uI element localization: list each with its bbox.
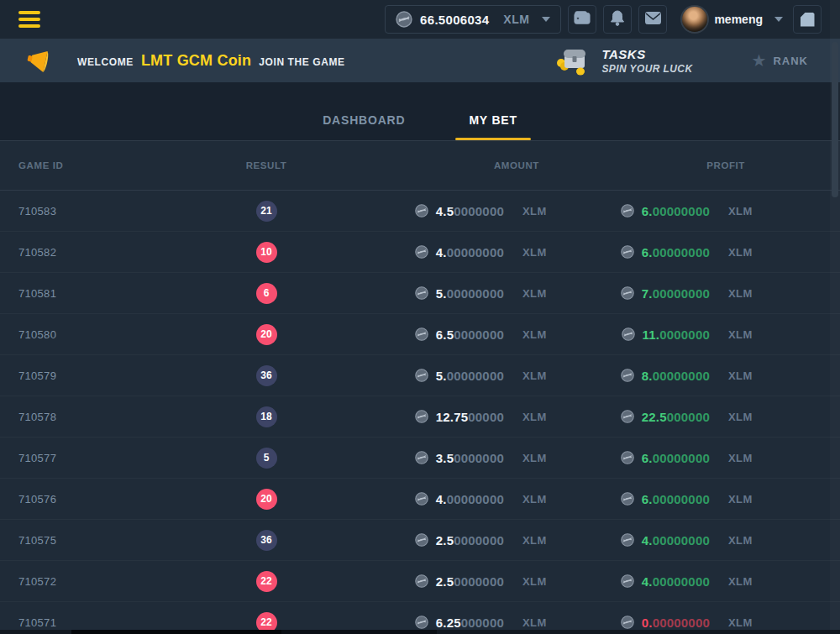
profit-currency: XLM [710,616,785,629]
result-badge: 21 [256,201,277,222]
table-row[interactable]: 710579 36 5.00000000 XLM 8.00000000 XLM [0,355,840,396]
amount-currency: XLM [504,616,580,629]
xlm-coin-icon [621,245,634,259]
currency-select[interactable]: XLM [503,13,529,26]
profit-currency: XLM [710,205,785,217]
profit-currency: XLM [710,452,785,464]
game-id: 710575 [18,534,220,547]
messages-button[interactable] [638,5,667,34]
xlm-coin-icon [415,533,428,547]
table-row[interactable]: 710575 36 2.50000000 XLM 4.00000000 XLM [0,520,840,561]
xlm-coin-icon [621,204,634,217]
profit-currency: XLM [710,369,785,382]
profit-currency: XLM [710,575,785,588]
profit-currency: XLM [710,328,785,341]
amount-value: 4.00000000 [436,245,504,259]
table-row[interactable]: 710581 6 5.00000000 XLM 7.00000000 XLM [0,273,840,314]
vertical-scrollbar-track[interactable] [830,0,840,634]
wallet-icon [574,10,591,29]
profit-value: 8.00000000 [642,369,710,383]
banner-welcome: WELCOME [77,56,134,68]
amount-currency: XLM [504,328,580,341]
xlm-coin-icon [621,410,634,423]
profit-value: 11.0000000 [643,327,710,342]
bottom-edge-strip [0,630,840,634]
avatar [682,7,707,32]
amount-currency: XLM [504,246,580,259]
xlm-coin-icon [621,369,634,382]
xlm-coin-icon [396,11,412,28]
result-badge: 10 [256,242,277,263]
user-menu[interactable]: memeng [682,7,783,32]
result-badge: 20 [256,324,277,345]
xlm-coin-icon [415,369,428,382]
amount-value: 6.25000000 [436,616,504,630]
xlm-coin-icon [415,327,428,341]
balance-selector[interactable]: 66.5006034 XLM [385,5,561,34]
chat-button[interactable] [793,5,822,34]
notifications-button[interactable] [603,5,632,34]
my-bet-table: GAME ID RESULT AMOUNT PROFIT 710583 21 4… [0,141,840,634]
wallet-button[interactable] [568,5,596,34]
table-row[interactable]: 710576 20 4.00000000 XLM 6.00000000 XLM [0,479,840,520]
table-row[interactable]: 710578 18 12.7500000 XLM 22.5000000 XLM [0,396,840,438]
game-id: 710580 [18,328,220,341]
header-result: RESULT [220,160,312,170]
profit-currency: XLM [710,411,785,423]
table-row[interactable]: 710572 22 2.50000000 XLM 4.00000000 XLM [0,561,840,602]
table-body: 710583 21 4.50000000 XLM 6.00000000 XLM … [0,191,840,634]
rank-label: RANK [773,55,808,67]
game-id: 710571 [18,616,220,629]
result-badge: 36 [256,365,277,386]
profit-currency: XLM [710,246,785,259]
xlm-coin-icon [621,492,634,506]
game-id: 710583 [18,205,220,217]
tasks-widget[interactable]: TASKS SPIN YOUR LUCK [554,45,692,76]
amount-value: 5.00000000 [436,369,504,383]
game-id: 710577 [18,452,220,464]
profit-value: 7.00000000 [642,286,710,301]
amount-value: 4.50000000 [436,204,504,218]
star-icon: ★ [752,52,767,69]
xlm-coin-icon [415,204,428,217]
xlm-coin-icon [415,492,428,506]
game-id: 710578 [18,411,220,423]
banner-join: JOIN THE GAME [259,56,344,68]
xlm-coin-icon [621,451,634,464]
chevron-down-icon [774,17,783,22]
menu-icon[interactable] [18,11,40,28]
promo-banner: WELCOME LMT GCM Coin JOIN THE GAME TASKS… [0,39,840,82]
tab-dashboard[interactable]: DASHBOARD [314,113,413,140]
tab-bar: DASHBOARD MY BET [0,82,840,141]
banner-coin-name: LMT GCM Coin [141,52,251,70]
table-header-row: GAME ID RESULT AMOUNT PROFIT [0,141,840,191]
amount-currency: XLM [504,369,580,382]
result-badge: 22 [256,571,277,592]
table-row[interactable]: 710580 20 6.50000000 XLM 11.0000000 XLM [0,314,840,355]
amount-currency: XLM [504,534,580,547]
xlm-coin-icon [621,574,634,588]
amount-value: 12.7500000 [436,410,504,424]
tab-my-bet[interactable]: MY BET [460,113,525,140]
profit-value: 0.00000000 [642,616,710,630]
rank-widget[interactable]: ★ RANK [752,52,809,69]
table-row[interactable]: 710577 5 3.50000000 XLM 6.00000000 XLM [0,438,840,479]
xlm-coin-icon [621,533,634,547]
xlm-coin-icon [415,616,428,629]
table-row[interactable]: 710582 10 4.00000000 XLM 6.00000000 XLM [0,232,840,273]
table-row[interactable]: 710583 21 4.50000000 XLM 6.00000000 XLM [0,191,840,232]
amount-value: 3.50000000 [436,451,504,465]
tasks-subtitle: SPIN YOUR LUCK [601,63,692,75]
xlm-coin-icon [415,451,428,464]
result-badge: 6 [256,283,277,304]
profit-value: 6.00000000 [642,492,710,506]
tasks-title: TASKS [601,47,692,61]
bell-icon [610,10,625,29]
amount-value: 6.50000000 [436,327,504,342]
vertical-scrollbar-thumb[interactable] [832,42,838,197]
amount-value: 5.00000000 [436,286,504,301]
result-badge: 20 [256,489,277,510]
xlm-coin-icon [621,286,634,300]
profit-currency: XLM [710,287,785,300]
game-id: 710581 [18,287,220,300]
